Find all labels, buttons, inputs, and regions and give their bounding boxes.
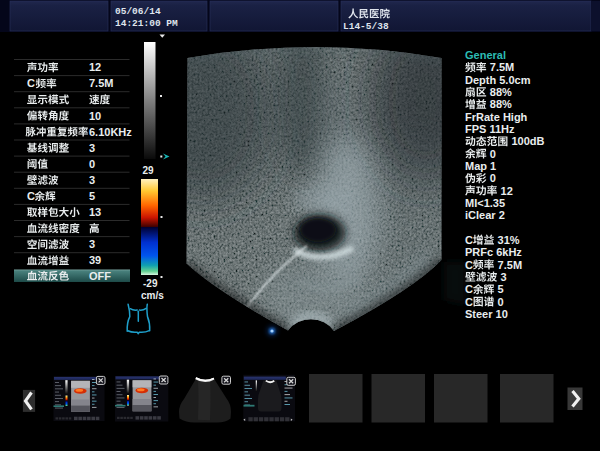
svg-text:OFF: OFF (89, 270, 111, 282)
svg-text:7.5M: 7.5M (89, 77, 113, 89)
svg-text:05/06/14: 05/06/14 (115, 6, 161, 17)
svg-text:6.10KHz: 6.10KHz (89, 126, 132, 138)
svg-text:C: C (465, 259, 473, 271)
svg-text:L14-5/38: L14-5/38 (343, 21, 389, 32)
svg-text:7.5M: 7.5M (498, 259, 522, 271)
svg-text:C: C (465, 296, 473, 308)
svg-text:C: C (27, 190, 35, 202)
svg-text:31%: 31% (498, 234, 520, 246)
svg-text:0: 0 (490, 172, 496, 184)
svg-text:Map 1: Map 1 (465, 160, 496, 172)
svg-text:C: C (465, 283, 473, 295)
svg-text:C: C (27, 77, 35, 89)
svg-text:Depth 5.0cm: Depth 5.0cm (465, 74, 531, 86)
svg-text:3: 3 (89, 238, 95, 250)
svg-text:3: 3 (89, 142, 95, 154)
svg-text:10: 10 (89, 110, 101, 122)
svg-text:MI<1.35: MI<1.35 (465, 197, 505, 209)
svg-text:FPS 11Hz: FPS 11Hz (465, 123, 515, 135)
svg-text:39: 39 (89, 254, 101, 266)
svg-text:88%: 88% (490, 98, 512, 110)
svg-text:14:21:00 PM: 14:21:00 PM (115, 18, 178, 29)
svg-text:FrRate High: FrRate High (465, 111, 528, 123)
svg-text:PRFc 6kHz: PRFc 6kHz (465, 246, 522, 258)
svg-text:12: 12 (501, 185, 513, 197)
svg-text:5: 5 (89, 190, 95, 202)
svg-text:0: 0 (490, 148, 496, 160)
svg-text:3: 3 (89, 174, 95, 186)
svg-text:C: C (465, 234, 473, 246)
svg-text:0: 0 (498, 296, 504, 308)
svg-text:5: 5 (498, 283, 504, 295)
svg-text:iClear 2: iClear 2 (465, 209, 505, 221)
svg-text:12: 12 (89, 61, 101, 73)
svg-text:General: General (465, 49, 506, 61)
svg-text:7.5M: 7.5M (490, 61, 514, 73)
svg-text:Steer 10: Steer 10 (465, 308, 508, 320)
svg-text:29: 29 (143, 165, 155, 176)
svg-text:-29: -29 (143, 278, 158, 289)
svg-text:100dB: 100dB (511, 135, 544, 147)
svg-text:cm/s: cm/s (141, 290, 164, 301)
svg-text:88%: 88% (490, 86, 512, 98)
svg-text:0: 0 (89, 158, 95, 170)
svg-text:3: 3 (501, 271, 507, 283)
svg-text:13: 13 (89, 206, 101, 218)
